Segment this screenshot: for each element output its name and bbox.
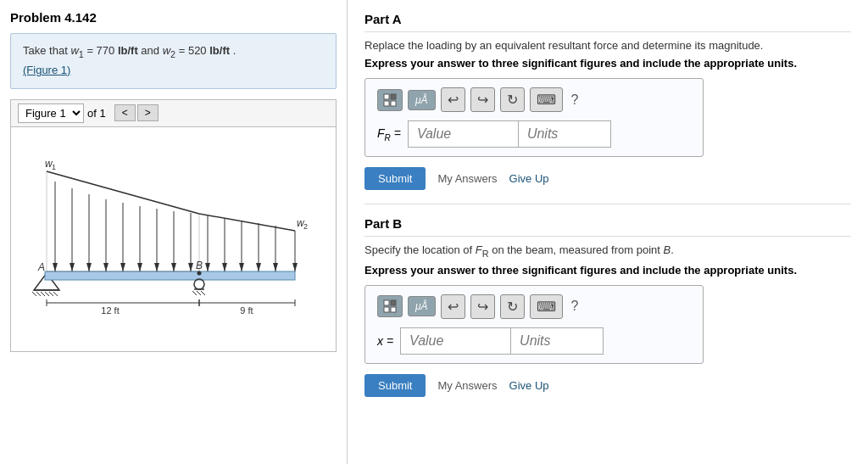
help-icon-a[interactable]: ?	[568, 91, 582, 109]
svg-rect-8	[45, 271, 295, 280]
svg-rect-62	[384, 94, 389, 99]
keyboard-button-a[interactable]: ⌨	[530, 87, 563, 112]
svg-marker-49	[292, 263, 298, 271]
svg-marker-39	[205, 263, 210, 271]
svg-text:1: 1	[52, 163, 56, 171]
part-a-label: Part A	[364, 12, 851, 32]
svg-point-9	[194, 279, 204, 289]
part-b-units-input[interactable]	[510, 327, 604, 355]
svg-rect-64	[384, 101, 389, 106]
mu-button-b[interactable]: μÅ	[408, 296, 436, 316]
part-a-emphasis: Express your answer to three significant…	[364, 57, 851, 70]
part-b-toolbar: μÅ ↩ ↪ ↻ ⌨ ?	[377, 294, 691, 319]
svg-marker-45	[256, 263, 261, 271]
svg-line-4	[41, 292, 45, 296]
description-text: Take that w1 = 770 lb/ft and w2 = 520 lb…	[23, 44, 236, 57]
part-a-answer-box: μÅ ↩ ↪ ↻ ⌨ ? FR =	[364, 78, 704, 157]
part-b-label: Part B	[364, 216, 851, 237]
svg-marker-47	[273, 263, 278, 271]
svg-text:2: 2	[303, 222, 308, 231]
svg-rect-68	[384, 307, 389, 312]
matrix-button-a[interactable]	[377, 89, 403, 111]
svg-marker-41	[222, 263, 227, 271]
svg-marker-36	[188, 263, 193, 271]
svg-marker-28	[120, 263, 125, 271]
part-b-answer-box: μÅ ↩ ↪ ↻ ⌨ ? x =	[364, 285, 704, 364]
matrix-button-b[interactable]	[377, 295, 403, 317]
svg-marker-26	[103, 263, 108, 271]
undo-button-a[interactable]: ↩	[441, 87, 465, 112]
svg-rect-65	[391, 101, 396, 106]
svg-line-12	[197, 291, 201, 295]
svg-marker-20	[53, 263, 58, 271]
figure-select[interactable]: Figure 1	[18, 103, 84, 123]
part-b-instruction: Specify the location of FR on the beam, …	[364, 243, 851, 259]
part-a-give-up-link[interactable]: Give Up	[509, 172, 549, 185]
part-a-section: Part A Replace the loading by an equival…	[364, 12, 851, 190]
svg-marker-24	[86, 263, 92, 271]
svg-line-7	[53, 292, 58, 296]
part-b-give-up-link[interactable]: Give Up	[509, 379, 549, 392]
part-a-action-row: Submit My Answers Give Up	[364, 167, 851, 190]
figure-controls: Figure 1 of 1 < >	[10, 99, 337, 127]
svg-line-11	[192, 291, 197, 295]
svg-marker-30	[137, 263, 142, 271]
figure-prev-button[interactable]: <	[114, 104, 136, 121]
part-a-equation-label: FR =	[377, 126, 401, 143]
part-b-submit-button[interactable]: Submit	[364, 374, 426, 397]
keyboard-button-b[interactable]: ⌨	[530, 294, 563, 319]
svg-rect-63	[391, 94, 396, 99]
redo-button-a[interactable]: ↪	[470, 87, 495, 112]
help-icon-b[interactable]: ?	[568, 297, 582, 316]
problem-description: Take that w1 = 770 lb/ft and w2 = 520 lb…	[10, 33, 337, 89]
part-b-action-row: Submit My Answers Give Up	[364, 374, 851, 397]
svg-marker-32	[154, 263, 159, 271]
figure-next-button[interactable]: >	[137, 104, 159, 121]
svg-text:12 ft: 12 ft	[101, 305, 119, 316]
part-b-equation-label: x =	[377, 334, 393, 348]
svg-marker-43	[239, 263, 244, 271]
svg-line-2	[32, 292, 36, 296]
svg-marker-22	[70, 263, 75, 271]
svg-line-13	[201, 291, 205, 295]
svg-line-5	[45, 292, 49, 296]
part-a-units-input[interactable]	[518, 120, 611, 148]
right-panel: Part A Replace the loading by an equival…	[348, 0, 868, 464]
svg-rect-69	[391, 307, 396, 312]
svg-rect-66	[384, 300, 389, 305]
part-b-input-row: x =	[377, 327, 691, 355]
undo-button-b[interactable]: ↩	[441, 294, 465, 319]
svg-line-3	[36, 292, 41, 296]
refresh-button-b[interactable]: ↻	[500, 294, 525, 319]
left-panel: Problem 4.142 Take that w1 = 770 lb/ft a…	[0, 0, 348, 464]
svg-line-37	[199, 214, 295, 231]
part-a-my-answers-link[interactable]: My Answers	[437, 172, 497, 185]
svg-line-6	[49, 292, 53, 296]
part-a-instruction: Replace the loading by an equivalent res…	[364, 39, 851, 52]
redo-button-b[interactable]: ↪	[470, 294, 495, 319]
part-a-submit-button[interactable]: Submit	[364, 167, 426, 190]
svg-text:9 ft: 9 ft	[240, 305, 253, 316]
figure-diagram: A B	[30, 142, 318, 337]
part-b-section: Part B Specify the location of FR on the…	[364, 204, 851, 397]
part-b-emphasis: Express your answer to three significant…	[364, 264, 851, 277]
part-a-input-row: FR =	[377, 120, 691, 148]
part-b-my-answers-link[interactable]: My Answers	[437, 379, 497, 392]
problem-title: Problem 4.142	[10, 10, 337, 25]
part-b-value-input[interactable]	[400, 327, 510, 355]
figure-of-label: of 1	[87, 107, 106, 120]
part-a-value-input[interactable]	[408, 120, 518, 148]
figure-area: A B	[10, 127, 337, 352]
svg-marker-34	[171, 263, 176, 271]
part-a-toolbar: μÅ ↩ ↪ ↻ ⌨ ?	[377, 87, 691, 112]
figure-link[interactable]: (Figure 1)	[23, 64, 70, 76]
mu-button-a[interactable]: μÅ	[408, 90, 436, 110]
svg-rect-67	[391, 300, 396, 305]
refresh-button-a[interactable]: ↻	[500, 87, 525, 112]
svg-text:A: A	[37, 261, 45, 273]
